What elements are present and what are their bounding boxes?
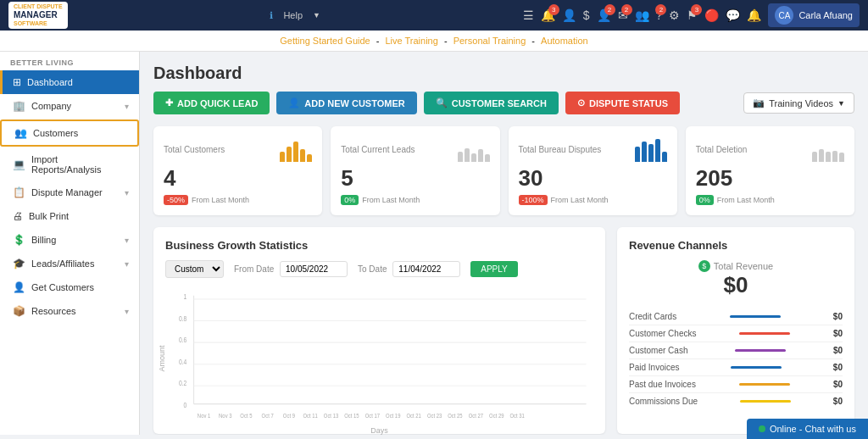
sidebar-item-billing[interactable]: 💲 Billing ▾ (0, 228, 139, 252)
customer-search-button[interactable]: 🔍 CUSTOMER SEARCH (424, 92, 559, 114)
training-videos-button[interactable]: 📷 Training Videos ▼ (743, 92, 854, 114)
user-profile-button[interactable]: CA Carla Afuang (768, 3, 860, 27)
resources-icon: 📦 (13, 305, 25, 317)
leads-footer-text: From Last Month (362, 196, 420, 204)
revenue-rows: Credit Cards $0 Customer Checks $0 Custo… (629, 308, 843, 409)
chevron-right-icon: ▾ (125, 102, 129, 111)
sidebar-item-dashboard[interactable]: ⊞ Dashboard (0, 70, 139, 94)
company-icon: 🏢 (13, 100, 25, 112)
svg-text:0.4: 0.4 (179, 358, 187, 366)
leads-stat-value: 5 (341, 165, 489, 192)
add-new-customer-button[interactable]: 👤 ADD NEW CUSTOMER (276, 92, 416, 114)
sidebar-item-leads[interactable]: 🎓 Leads/Affiliates ▾ (0, 252, 139, 275)
customers-chart (280, 136, 312, 162)
revenue-row-commissions: Commissions Due $0 (629, 393, 843, 409)
user-name: Carla Afuang (798, 10, 853, 20)
sidebar-item-getcustomers[interactable]: 👤 Get Customers (0, 275, 139, 299)
nav-email-icon[interactable]: ✉2 (618, 8, 628, 22)
stat-card-disputes: Total Bureau Disputes 30 -100% From Last… (509, 126, 677, 215)
logo[interactable]: CLIENT DISPUTE MANAGER SOFTWARE (8, 2, 68, 30)
total-revenue-label: Total Revenue (714, 261, 773, 271)
revenue-line-paid-invoices (731, 366, 782, 369)
nav-settings-icon[interactable]: ⚙ (669, 8, 680, 22)
svg-text:Oct 9: Oct 9 (283, 412, 295, 419)
nav-notification-icon[interactable]: 🔔3 (541, 8, 555, 22)
logo-text: CLIENT DISPUTE MANAGER SOFTWARE (8, 2, 68, 30)
nav-menu-icon[interactable]: ☰ (523, 8, 534, 22)
svg-text:0.2: 0.2 (179, 380, 186, 388)
revenue-title: Revenue Channels (629, 239, 843, 252)
bottom-section: Business Growth Statistics Custom From D… (153, 227, 854, 434)
nav-alert-icon[interactable]: 🔴 (704, 8, 719, 22)
sidebar-item-bulkprint[interactable]: 🖨 Bulk Print (0, 204, 139, 228)
svg-text:1: 1 (183, 292, 186, 301)
sidebar-item-label: Import Reports/Analysis (31, 154, 129, 175)
help-link[interactable]: Help (283, 10, 303, 20)
automation-link[interactable]: Automation (541, 36, 588, 46)
nav-flag-icon[interactable]: ⚑3 (687, 8, 698, 22)
revenue-amount: $0 (833, 363, 843, 372)
revenue-label: Credit Cards (629, 312, 676, 321)
from-date-input[interactable] (280, 261, 348, 277)
y-axis-label: Amount (158, 345, 166, 371)
from-date-label: From Date (234, 264, 274, 274)
revenue-amount: $0 (833, 329, 843, 338)
online-chat-button[interactable]: Online - Chat with us (747, 419, 868, 435)
getting-started-link[interactable]: Getting Started Guide (280, 36, 370, 46)
add-quick-lead-button[interactable]: ✚ ADD QUICK LEAD (153, 92, 270, 114)
sidebar-item-label: Company (31, 101, 71, 111)
sidebar-item-customers[interactable]: 👥 Customers (2, 121, 137, 145)
customers-icon: 👥 (14, 127, 27, 139)
import-icon: 💻 (13, 158, 25, 170)
top-nav: CLIENT DISPUTE MANAGER SOFTWARE ℹ Help ▼… (0, 0, 868, 31)
revenue-row-paid-invoices: Paid Invoices $0 (629, 359, 843, 376)
sidebar-item-label: Dashboard (27, 77, 73, 87)
nav-group-icon[interactable]: 👥 (635, 8, 649, 22)
avatar: CA (775, 6, 793, 25)
svg-text:Oct 17: Oct 17 (365, 412, 381, 419)
svg-text:0.8: 0.8 (179, 314, 186, 323)
revenue-amount: $0 (833, 346, 843, 355)
svg-text:Oct 23: Oct 23 (427, 412, 442, 419)
nav-person-icon[interactable]: 👤2 (597, 8, 611, 22)
sidebar-item-import[interactable]: 💻 Import Reports/Analysis (0, 148, 139, 181)
sidebar-item-label: Dispute Manager (31, 187, 103, 197)
top-nav-icons: ☰ 🔔3 👤 $ 👤2 ✉2 👥 ?2 ⚙ ⚑3 🔴 💬 🔔 CA Carla … (523, 3, 860, 27)
user-plus-icon: 👤 (288, 97, 300, 108)
svg-text:Nov 3: Nov 3 (219, 412, 232, 419)
revenue-line-checks (739, 332, 790, 335)
sidebar-item-dispute[interactable]: 📋 Dispute Manager ▾ (0, 181, 139, 204)
deletion-stat-label: Total Deletion (696, 145, 748, 154)
nav-bell2-icon[interactable]: 🔔 (747, 8, 761, 22)
svg-text:Oct 27: Oct 27 (469, 412, 484, 419)
plus-icon: ✚ (165, 97, 173, 108)
dispute-icon: ⊙ (577, 97, 585, 108)
to-date-input[interactable] (392, 261, 460, 277)
stat-card-deletion: Total Deletion 205 0% From Last Month (686, 126, 854, 215)
chart-filter-select[interactable]: Custom (165, 260, 224, 278)
nav-chat-icon[interactable]: 💬 (726, 8, 740, 22)
nav-dollar-icon[interactable]: $ (583, 8, 590, 22)
stat-cards: Total Customers 4 -50% From Last Month (153, 126, 854, 215)
chevron-down-icon: ▼ (313, 11, 320, 19)
nav-question-icon[interactable]: ?2 (656, 8, 663, 22)
sidebar-item-company[interactable]: 🏢 Company ▾ (0, 94, 139, 118)
revenue-label: Paid Invoices (629, 363, 679, 372)
svg-text:Oct 11: Oct 11 (303, 412, 318, 419)
dispute-status-button[interactable]: ⊙ DISPUTE STATUS (565, 92, 680, 114)
apply-button[interactable]: APPLY (470, 261, 518, 277)
search-icon: 🔍 (436, 97, 448, 108)
revenue-line-past-due (739, 383, 790, 386)
nav-user-icon[interactable]: 👤 (562, 8, 576, 22)
chart-controls: Custom From Date To Date APPLY (165, 260, 593, 278)
chevron-right-icon: ▾ (125, 236, 129, 245)
sidebar-item-resources[interactable]: 📦 Resources ▾ (0, 299, 139, 323)
total-revenue-box: $ Total Revenue $0 (629, 260, 843, 298)
leads-icon: 🎓 (13, 258, 25, 270)
deletion-footer-text: From Last Month (717, 196, 775, 204)
live-training-link[interactable]: Live Training (385, 36, 437, 46)
personal-training-link[interactable]: Personal Training (453, 36, 526, 46)
svg-text:Oct 19: Oct 19 (386, 412, 401, 419)
dispute-icon: 📋 (13, 186, 25, 198)
svg-text:0.6: 0.6 (179, 336, 186, 344)
